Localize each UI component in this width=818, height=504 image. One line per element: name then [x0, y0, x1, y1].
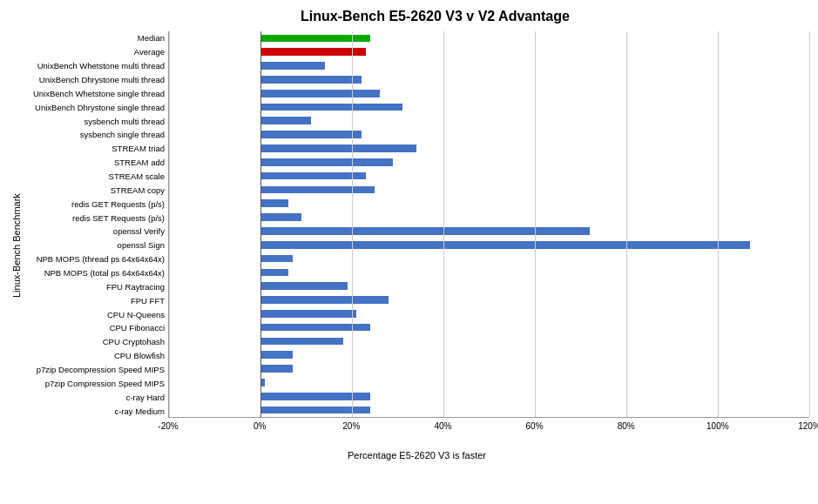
grid-line — [718, 31, 719, 417]
row-label: c-ray Hard — [24, 390, 168, 404]
bar — [260, 172, 366, 180]
row-labels: MedianAverageUnixBench Whetstone multi t… — [24, 31, 168, 418]
row-label: sysbench multi thread — [24, 114, 168, 128]
row-label: STREAM triad — [24, 142, 168, 156]
bar — [260, 310, 356, 318]
x-axis-area: -20%0%20%40%60%80%100%120% — [168, 418, 809, 448]
grid-line — [443, 31, 444, 417]
row-label: c-ray Medium — [24, 404, 168, 418]
x-tick-label: 100% — [706, 421, 729, 431]
bar — [260, 213, 301, 221]
row-label: CPU Fibonacci — [24, 321, 168, 335]
x-tick-label: 60% — [526, 421, 544, 431]
row-label: UnixBench Dhrystone single thread — [24, 100, 168, 114]
row-label: STREAM add — [24, 156, 168, 170]
bar — [260, 338, 343, 346]
row-label: redis SET Requests (p/s) — [24, 211, 168, 225]
bar — [260, 296, 389, 304]
row-label: redis GET Requests (p/s) — [24, 197, 168, 211]
bar — [260, 351, 293, 359]
bar — [260, 62, 325, 70]
chart-plot-area: MedianAverageUnixBench Whetstone multi t… — [24, 31, 809, 418]
bars-area — [168, 31, 809, 418]
bar — [260, 35, 370, 43]
bar — [260, 144, 416, 152]
chart-container: Linux-Bench E5-2620 V3 v V2 Advantage Li… — [0, 0, 818, 504]
grid-line — [535, 31, 536, 417]
x-tick-label: 80% — [618, 421, 635, 431]
x-tick-label: 20% — [342, 421, 360, 431]
grid-line — [169, 31, 170, 417]
row-label: NPB MOPS (thread ps 64x64x64x) — [24, 252, 168, 266]
bar — [260, 407, 370, 414]
row-label: STREAM scale — [24, 170, 168, 184]
row-label: p7zip Decompression Speed MIPS — [24, 363, 168, 377]
chart-body: Linux-Bench Benchmark MedianAverageUnixB… — [9, 31, 809, 460]
row-label: Average — [24, 45, 168, 59]
bar — [260, 227, 590, 235]
row-label: p7zip Compression Speed MIPS — [24, 376, 168, 390]
bar — [260, 324, 370, 332]
row-label: CPU N-Queens — [24, 307, 168, 321]
bar — [260, 282, 348, 290]
row-label: UnixBench Whetstone multi thread — [24, 59, 168, 73]
bar — [260, 269, 288, 277]
bar — [260, 76, 362, 84]
row-label: openssl Verify — [24, 225, 168, 239]
bar — [260, 48, 366, 56]
bar — [260, 199, 288, 207]
bar — [260, 186, 375, 194]
row-label: Median — [24, 31, 168, 45]
x-axis-title: Percentage E5-2620 V3 is faster — [24, 450, 809, 460]
row-label: STREAM copy — [24, 183, 168, 197]
bar — [260, 117, 311, 124]
x-tick-label: 120% — [798, 421, 818, 431]
chart-inner: MedianAverageUnixBench Whetstone multi t… — [24, 31, 809, 460]
x-tick-label: -20% — [158, 421, 178, 431]
bar — [260, 90, 380, 97]
chart-title: Linux-Bench E5-2620 V3 v V2 Advantage — [61, 9, 809, 24]
row-label: FPU FFT — [24, 293, 168, 307]
x-tick-label: 0% — [254, 421, 266, 431]
row-label: sysbench single thread — [24, 128, 168, 142]
grid-line — [260, 31, 261, 417]
x-tick-label: 40% — [434, 421, 451, 431]
row-label: openssl Sign — [24, 239, 168, 252]
y-axis-label: Linux-Bench Benchmark — [9, 31, 24, 460]
bar — [260, 131, 362, 138]
grid-line — [809, 31, 810, 417]
bar — [260, 158, 393, 166]
row-label: UnixBench Whetstone single thread — [24, 86, 168, 100]
row-label: FPU Raytracing — [24, 279, 168, 293]
row-label: NPB MOPS (total ps 64x64x64x) — [24, 266, 168, 280]
bar — [260, 365, 293, 373]
row-label: UnixBench Dhrystone multi thread — [24, 73, 168, 87]
row-label: CPU Blowfish — [24, 349, 168, 363]
bar — [260, 393, 370, 400]
bar — [260, 104, 402, 111]
grid-line — [352, 31, 353, 417]
bar — [260, 241, 750, 249]
row-label: CPU Cryptohash — [24, 335, 168, 349]
bar — [260, 255, 293, 263]
grid-line — [626, 31, 627, 417]
